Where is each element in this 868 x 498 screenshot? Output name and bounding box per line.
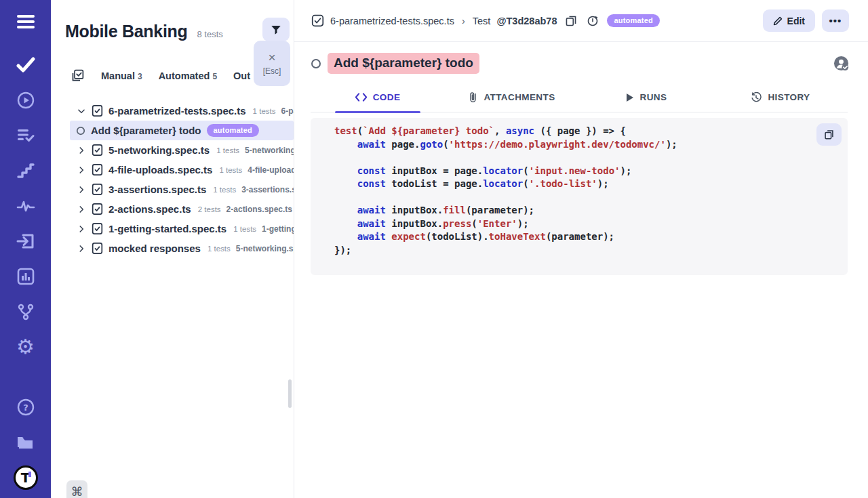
chevron-right-icon[interactable] xyxy=(77,205,86,214)
copy-code-button[interactable] xyxy=(816,123,842,146)
ellipsis-icon: ••• xyxy=(829,15,842,26)
detail-topbar: 6-parametrized-tests.spec.ts › Test @T3d… xyxy=(294,0,868,42)
sidebar-item-projects[interactable] xyxy=(0,425,51,460)
chevron-right-icon[interactable] xyxy=(77,185,86,194)
app-sidebar: ⚙ ? T xyxy=(0,0,51,498)
sidebar-item-steps[interactable] xyxy=(0,153,51,188)
tree-row-suite-5-networking[interactable]: 5-networking.spec.ts 1 tests 5-networkin… xyxy=(51,140,294,160)
bar-chart-icon xyxy=(17,268,35,285)
copy-icon xyxy=(565,15,577,27)
chevron-right-icon[interactable] xyxy=(77,224,86,234)
sidebar-item-runs[interactable] xyxy=(0,83,51,118)
recent-changes-button[interactable] xyxy=(585,14,600,28)
paperclip-icon xyxy=(469,91,477,103)
svg-text:?: ? xyxy=(23,402,28,413)
test-list-panel: Mobile Banking 8 tests × [Esc] Manual3 A… xyxy=(51,0,294,498)
chevron-right-icon[interactable] xyxy=(77,146,86,155)
list-scrollbar-thumb[interactable] xyxy=(288,379,292,408)
tree-row-suite-6-parametrized[interactable]: 6-parametrized-tests.spec.ts 1 tests 6-p… xyxy=(51,101,294,121)
test-status-circle-icon xyxy=(311,59,321,68)
branch-icon xyxy=(17,303,35,320)
chevron-right-icon[interactable] xyxy=(77,165,86,175)
stairs-icon xyxy=(17,163,35,179)
tree-row-suite-mocked-responses[interactable]: mocked responses 1 tests 5-networking.sp… xyxy=(51,238,294,258)
tab-code[interactable]: CODE xyxy=(311,84,445,112)
filter-tab-manual[interactable]: Manual3 xyxy=(101,70,142,81)
test-tree: 6-parametrized-tests.spec.ts 1 tests 6-p… xyxy=(51,101,294,471)
filter-button[interactable] xyxy=(262,18,290,41)
chevron-down-icon[interactable] xyxy=(77,106,86,116)
hamburger-menu-button[interactable] xyxy=(0,4,51,39)
tab-runs[interactable]: RUNS xyxy=(579,84,713,112)
avatar-check-icon xyxy=(833,56,849,71)
command-shortcut-button[interactable]: ⌘ xyxy=(66,480,87,498)
test-detail-panel: 6-parametrized-tests.spec.ts › Test @T3d… xyxy=(294,0,868,498)
close-icon[interactable]: × xyxy=(268,51,275,64)
app-logo[interactable]: T xyxy=(0,460,51,495)
sidebar-item-test-plans[interactable] xyxy=(0,118,51,153)
hamburger-icon xyxy=(16,14,35,29)
folder-icon xyxy=(16,434,35,451)
sidebar-item-help[interactable]: ? xyxy=(0,390,51,425)
breadcrumb: 6-parametrized-tests.spec.ts › Test @T3d… xyxy=(311,14,557,27)
sidebar-item-pulse[interactable] xyxy=(0,188,51,224)
checklist-icon xyxy=(17,128,35,143)
copy-icon xyxy=(823,129,835,140)
tree-row-suite-4-file-uploads[interactable]: 4-file-uploads.spec.ts 1 tests 4-file-up… xyxy=(51,160,294,180)
test-status-circle-icon xyxy=(76,126,85,136)
automated-badge: automated xyxy=(207,124,259,137)
logo-icon: T xyxy=(14,465,38,490)
breadcrumb-file[interactable]: 6-parametrized-tests.spec.ts xyxy=(330,16,454,26)
spec-file-icon xyxy=(92,242,103,255)
filter-tab-outdated[interactable]: Out xyxy=(233,70,250,81)
sidebar-item-import[interactable] xyxy=(0,224,51,259)
tree-row-suite-3-assertions[interactable]: 3-assertions.spec.ts 1 tests 3-assertion… xyxy=(51,180,294,199)
help-icon: ? xyxy=(17,398,35,416)
test-title-row: Add ${parameter} todo xyxy=(311,53,849,74)
spec-file-icon xyxy=(92,183,103,196)
tree-row-suite-2-actions[interactable]: 2-actions.spec.ts 2 tests 2-actions.spec… xyxy=(51,199,294,219)
clock-history-icon xyxy=(587,15,599,27)
sidebar-item-analytics[interactable] xyxy=(0,259,51,294)
more-actions-button[interactable]: ••• xyxy=(822,9,849,32)
filter-tabs: Manual3 Automated5 Out xyxy=(71,68,250,83)
play-circle-icon xyxy=(17,91,35,109)
tree-row-test-add-parameter-todo[interactable]: Add ${parameter} todo automated xyxy=(70,121,294,140)
pencil-icon xyxy=(773,16,783,26)
esc-hint: [Esc] xyxy=(263,66,281,76)
command-icon: ⌘ xyxy=(71,484,83,498)
chevron-right-icon[interactable] xyxy=(77,244,86,253)
filter-tab-automated[interactable]: Automated5 xyxy=(159,70,217,81)
play-icon xyxy=(626,93,634,102)
tab-attachments[interactable]: ATTACHMENTS xyxy=(445,84,579,112)
history-clock-icon xyxy=(751,92,762,103)
spec-file-icon xyxy=(92,163,103,176)
task-check-icon xyxy=(311,14,324,27)
test-title: Add ${parameter} todo xyxy=(328,53,479,74)
sidebar-item-tests[interactable] xyxy=(0,47,51,83)
code-icon xyxy=(355,93,367,102)
code-block[interactable]: test(`Add ${parameter} todo`, async ({ p… xyxy=(334,125,834,257)
spec-file-icon xyxy=(92,222,103,235)
test-id: @T3d28ab78 xyxy=(496,16,557,26)
tests-count: 8 tests xyxy=(197,29,223,39)
pulse-icon xyxy=(16,199,35,213)
tab-history[interactable]: HISTORY xyxy=(713,84,848,112)
select-all-icon[interactable] xyxy=(71,68,85,83)
edit-button[interactable]: Edit xyxy=(763,9,815,32)
copy-test-id-button[interactable] xyxy=(564,14,578,28)
user-avatar[interactable] xyxy=(833,56,849,71)
spec-file-icon xyxy=(92,104,103,117)
check-icon xyxy=(16,57,35,73)
automated-badge: automated xyxy=(607,14,659,27)
spec-file-icon xyxy=(92,144,103,157)
tree-row-suite-1-getting-started[interactable]: 1-getting-started.spec.ts 1 tests 1-gett… xyxy=(51,219,294,238)
detail-tabs: CODE ATTACHMENTS RUNS HISTORY xyxy=(311,84,848,112)
sidebar-item-settings[interactable]: ⚙ xyxy=(0,329,51,365)
filter-popover: × [Esc] xyxy=(254,41,290,86)
breadcrumb-separator: › xyxy=(460,16,467,26)
funnel-icon xyxy=(270,24,282,36)
sidebar-item-branches[interactable] xyxy=(0,294,51,329)
code-card: test(`Add ${parameter} todo`, async ({ p… xyxy=(311,118,848,275)
breadcrumb-label: Test xyxy=(473,16,491,26)
